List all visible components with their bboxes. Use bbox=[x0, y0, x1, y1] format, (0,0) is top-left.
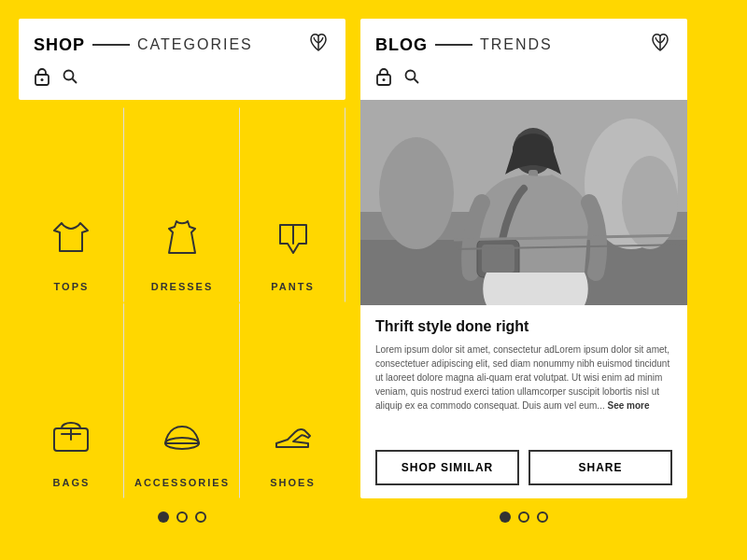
tops-label: TOPS bbox=[29, 272, 114, 292]
blog-title-bold: BLOG bbox=[375, 35, 428, 55]
pants-label: PANTS bbox=[250, 272, 335, 292]
blog-dot-3[interactable] bbox=[537, 511, 548, 523]
shop-similar-button[interactable]: SHOP SIMILAR bbox=[375, 450, 519, 485]
share-button[interactable]: SHARE bbox=[529, 450, 672, 485]
blog-header-top: BLOG TRENDS bbox=[375, 30, 672, 60]
right-panel-dots bbox=[360, 511, 687, 523]
lock-icon[interactable] bbox=[34, 67, 50, 91]
svg-point-12 bbox=[406, 71, 416, 80]
dot-3[interactable] bbox=[195, 511, 206, 523]
category-shoes[interactable]: SHOES bbox=[240, 302, 345, 498]
dot-1-active[interactable] bbox=[158, 511, 169, 523]
blog-card: BLOG TRENDS bbox=[360, 19, 687, 498]
accessories-label: ACCESSORIES bbox=[134, 468, 230, 488]
see-more-link[interactable]: See more bbox=[607, 400, 649, 411]
shop-title-bold: SHOP bbox=[34, 35, 85, 55]
blog-dot-1-active[interactable] bbox=[500, 511, 511, 523]
blog-title-divider bbox=[435, 44, 472, 46]
blog-title: BLOG TRENDS bbox=[375, 35, 553, 55]
blog-logo-icon bbox=[648, 30, 672, 60]
category-dresses[interactable]: DRESSES bbox=[124, 107, 240, 302]
categories-grid: TOPS DRESSES PANTS bbox=[19, 107, 345, 498]
category-pants[interactable]: PANTS bbox=[240, 107, 345, 302]
svg-point-11 bbox=[383, 78, 386, 81]
bags-label: BAGS bbox=[29, 468, 114, 488]
blog-search-icon[interactable] bbox=[403, 68, 420, 90]
blog-content: Thrift style done right Lorem ipsum dolo… bbox=[360, 305, 687, 498]
left-panel: SHOP CATEGORIES bbox=[19, 19, 345, 523]
shop-title-light: CATEGORIES bbox=[137, 36, 253, 53]
shoes-label: SHOES bbox=[250, 468, 335, 488]
svg-line-3 bbox=[73, 79, 78, 84]
category-bags[interactable]: BAGS bbox=[19, 302, 124, 498]
blog-lock-icon[interactable] bbox=[375, 67, 392, 91]
search-icon[interactable] bbox=[62, 68, 78, 90]
blog-body-text: Lorem ipsum dolor sit amet, consectetur … bbox=[375, 343, 672, 439]
blog-header-icons bbox=[375, 67, 672, 91]
category-tops[interactable]: TOPS bbox=[19, 107, 124, 302]
blog-article-title: Thrift style done right bbox=[375, 318, 672, 335]
shop-title: SHOP CATEGORIES bbox=[34, 35, 253, 55]
shop-title-divider bbox=[92, 44, 130, 46]
blog-header: BLOG TRENDS bbox=[360, 19, 687, 100]
blog-action-buttons: SHOP SIMILAR SHARE bbox=[375, 450, 672, 485]
shop-header-card: SHOP CATEGORIES bbox=[19, 19, 345, 100]
blog-image bbox=[360, 100, 687, 305]
dot-2[interactable] bbox=[176, 511, 188, 523]
left-panel-dots bbox=[19, 511, 345, 523]
dresses-label: DRESSES bbox=[134, 272, 230, 292]
shop-header-top: SHOP CATEGORIES bbox=[34, 30, 331, 60]
shop-header-icons bbox=[34, 67, 331, 91]
svg-point-1 bbox=[41, 78, 44, 81]
shop-logo-icon bbox=[306, 30, 331, 60]
svg-point-2 bbox=[64, 71, 74, 80]
blog-title-light: TRENDS bbox=[480, 36, 553, 53]
category-accessories[interactable]: ACCESSORIES bbox=[124, 302, 240, 498]
blog-dot-2[interactable] bbox=[518, 511, 529, 523]
svg-line-13 bbox=[415, 79, 419, 84]
svg-point-17 bbox=[379, 137, 454, 249]
main-container: SHOP CATEGORIES bbox=[0, 0, 747, 560]
right-panel: BLOG TRENDS bbox=[360, 19, 687, 523]
